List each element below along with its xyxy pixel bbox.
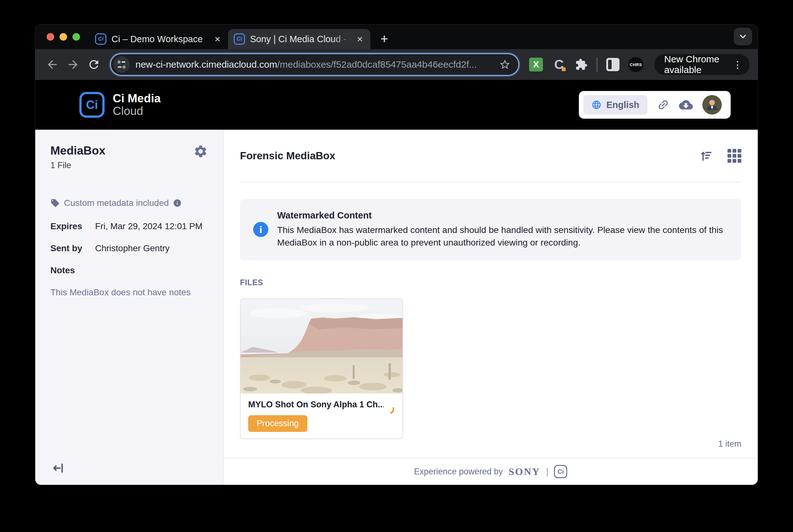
file-card[interactable]: MYLO Shot On Sony Alpha 1 Ch... Processi… <box>240 299 403 439</box>
processing-status-badge: Processing <box>248 415 307 432</box>
notice-title: Watermarked Content <box>277 210 728 221</box>
address-bar[interactable]: new-ci-network.cimediacloud.com/mediabox… <box>111 54 518 75</box>
notes-placeholder: This MediaBox does not have notes <box>50 287 208 298</box>
ci-footer-logo: Ci <box>554 465 567 478</box>
field-value: Fri, Mar 29, 2024 12:01 PM <box>95 221 203 231</box>
browser-toolbar: new-ci-network.cimediacloud.com/mediabox… <box>35 49 758 80</box>
sidebar-title: MediaBox <box>50 144 106 157</box>
forward-button[interactable] <box>64 56 82 73</box>
mediabox-name: Forensic MediaBox <box>240 150 335 162</box>
minimize-window-button[interactable] <box>59 33 67 41</box>
url-domain: new-ci-network.cimediacloud.com <box>135 59 277 70</box>
powered-by-text: Experience powered by <box>414 467 503 477</box>
chrome-update-button[interactable]: New Chrome available ⋮ <box>654 54 750 75</box>
grid-view-button[interactable] <box>727 149 741 163</box>
field-sent-by: Sent by Christopher Gentry <box>50 243 208 253</box>
cloud-download-icon <box>679 98 693 112</box>
language-selector[interactable]: English <box>583 95 647 115</box>
watermark-notice: i Watermarked Content This MediaBox has … <box>240 199 741 260</box>
avatar-photo-image <box>702 95 722 115</box>
ci-favicon: Ci <box>95 33 107 45</box>
sort-button[interactable] <box>700 149 713 163</box>
close-tab-icon[interactable]: × <box>355 34 364 44</box>
app-header: Ci Ci Media Cloud English <box>35 80 758 130</box>
info-icon: i <box>253 222 268 237</box>
item-count: 1 item <box>240 439 741 458</box>
new-tab-button[interactable]: + <box>377 32 391 46</box>
sony-logo: SONY <box>509 466 540 477</box>
back-arrow-icon <box>46 58 59 71</box>
ci-favicon-glyph: Ci <box>98 36 104 42</box>
reload-button[interactable] <box>85 56 103 73</box>
ci-logo-glyph: Ci <box>86 98 98 112</box>
site-settings-button[interactable] <box>113 56 130 73</box>
field-label: Sent by <box>50 243 95 253</box>
tab-title-wrap: Sony | Ci Media Cloud - Media <box>250 34 351 44</box>
toolbar-divider <box>596 57 597 72</box>
chrome-profile-avatar[interactable]: CHRS <box>628 57 643 72</box>
chevron-down-icon <box>738 32 748 41</box>
excel-extension-icon[interactable]: X <box>529 58 543 72</box>
tune-icon-row2 <box>118 66 125 68</box>
c-extension-icon[interactable]: C <box>552 57 566 72</box>
field-expires: Expires Fri, Mar 29, 2024 12:01 PM <box>50 221 208 231</box>
collapse-arrow-icon <box>52 461 65 475</box>
main-header: Forensic MediaBox <box>240 130 741 183</box>
app-content: MediaBox 1 File Custom metadata included… <box>35 130 758 485</box>
extensions-puzzle-icon[interactable] <box>575 58 588 71</box>
extensions-area: X C CHRS <box>529 57 643 72</box>
user-avatar[interactable] <box>702 95 722 115</box>
ci-media-cloud-logo[interactable]: Ci <box>79 92 105 118</box>
processing-spinner-icon <box>382 402 396 416</box>
tab-title: Sony | Ci Media Cloud - Media <box>250 34 351 44</box>
url-text[interactable]: new-ci-network.cimediacloud.com/mediabox… <box>135 59 493 70</box>
file-thumbnail <box>241 299 403 394</box>
zoom-window-button[interactable] <box>72 33 80 41</box>
browser-menu-icon[interactable]: ⋮ <box>733 59 743 70</box>
custom-metadata-label: Custom metadata included <box>64 198 169 208</box>
notice-body: This MediaBox has watermarked content an… <box>277 224 728 249</box>
close-window-button[interactable] <box>47 33 54 41</box>
footer-pipe: | <box>546 466 549 477</box>
download-all-button[interactable] <box>679 98 693 112</box>
brand-text: Ci Media Cloud <box>113 92 161 117</box>
search-tabs-button[interactable] <box>734 28 752 45</box>
close-tab-icon[interactable]: × <box>213 34 222 44</box>
mediabox-settings-button[interactable] <box>193 144 208 160</box>
files-section-label: FILES <box>240 278 741 287</box>
info-icon[interactable] <box>173 198 182 207</box>
tune-icon <box>118 61 125 63</box>
powered-by-footer: Experience powered by SONY | Ci <box>240 458 741 485</box>
file-card-body: MYLO Shot On Sony Alpha 1 Ch... Processi… <box>241 394 403 439</box>
side-panel-icon[interactable] <box>606 58 620 71</box>
tab-title-wrap: Ci – Demo Workspace <box>111 34 208 44</box>
collapse-sidebar-button[interactable] <box>52 461 65 476</box>
field-label: Expires <box>50 221 95 231</box>
language-label: English <box>606 100 639 110</box>
desktop: Ci Ci – Demo Workspace × Ci Sony | Ci Me… <box>0 0 793 532</box>
gear-icon <box>193 144 208 159</box>
browser-tab-strip: Ci Ci – Demo Workspace × Ci Sony | Ci Me… <box>35 24 758 49</box>
ci-favicon-glyph: Ci <box>237 36 242 42</box>
copy-link-button[interactable] <box>657 98 669 111</box>
header-actions: English <box>579 91 731 119</box>
ci-favicon: Ci <box>234 33 245 45</box>
file-count: 1 File <box>50 160 106 170</box>
tag-icon <box>50 198 60 208</box>
mediabox-fields: Expires Fri, Mar 29, 2024 12:01 PM Sent … <box>50 221 208 276</box>
bookmark-star-icon[interactable] <box>499 59 511 71</box>
link-icon <box>654 96 672 114</box>
back-button[interactable] <box>43 56 61 73</box>
mediabox-sidebar: MediaBox 1 File Custom metadata included… <box>35 130 224 485</box>
custom-metadata-tag[interactable]: Custom metadata included <box>50 198 208 208</box>
forward-arrow-icon <box>67 58 80 71</box>
url-path: /mediaboxes/f52ad0dcaf85475aa4b46eecfd2f… <box>277 59 477 70</box>
tab-ci-demo-workspace[interactable]: Ci Ci – Demo Workspace × <box>89 29 228 49</box>
tab-sony-ci-media-cloud[interactable]: Ci Sony | Ci Media Cloud - Media × <box>228 29 370 49</box>
mediabox-main: Forensic MediaBox i Watermark <box>224 130 758 485</box>
ci-footer-glyph: Ci <box>557 468 564 475</box>
tab-title: Ci – Demo Workspace <box>111 34 203 44</box>
field-value: Christopher Gentry <box>95 243 170 253</box>
window-controls <box>35 24 89 49</box>
brand-subtitle: Cloud <box>113 105 161 117</box>
